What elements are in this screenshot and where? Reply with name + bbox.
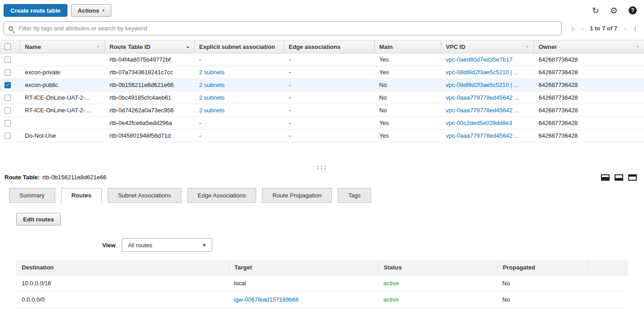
- edge-associations-cell: -: [284, 132, 375, 139]
- column-label: Main: [379, 43, 393, 50]
- owner-cell: 642687736428: [534, 120, 644, 126]
- checkbox-cell: [0, 107, 20, 114]
- subnet-association-cell: -: [195, 120, 284, 126]
- owner-cell: 642687736428: [534, 69, 644, 76]
- tab-tags[interactable]: Tags: [338, 188, 371, 203]
- column-label: Owner: [539, 43, 557, 50]
- actions-button[interactable]: Actions ▾: [71, 4, 111, 17]
- name-cell: RT-ICE-OnLine-UAT-2-...: [20, 94, 105, 101]
- vpc-link[interactable]: vpc-0aed80d7ed35e7b17: [446, 56, 512, 63]
- column-header-propagated[interactable]: Propagated: [497, 260, 588, 275]
- table-row[interactable]: rtb-04f4a8075b49772bf - - Yes vpc-0aed80…: [0, 53, 644, 66]
- search-box[interactable]: [4, 21, 562, 35]
- pane-splitter[interactable]: [0, 164, 644, 171]
- view-label: View: [102, 242, 115, 249]
- row-checkbox[interactable]: [5, 69, 11, 76]
- sort-desc-icon: ▼: [525, 45, 529, 49]
- routes-table-header: Destination Target Status Propagated: [16, 260, 628, 275]
- row-checkbox-checked[interactable]: ✓: [5, 82, 11, 88]
- next-page-icon[interactable]: ›: [624, 25, 626, 32]
- row-checkbox[interactable]: [5, 120, 11, 126]
- table-row[interactable]: RT-ICE-OnLine-UAT-2-... rtb-0bc49185cfc4…: [0, 91, 644, 104]
- table-row[interactable]: Do-Not-Use rtb-0f45801948f56d71d - - Yes…: [0, 130, 644, 142]
- route-table-id-cell: rtb-04f4a8075b49772bf: [105, 56, 195, 63]
- route-row: 0.0.0.0/0 igw-0067fead157169b66 active N…: [16, 292, 628, 308]
- column-header-target[interactable]: Target: [229, 260, 378, 275]
- split-pane-icon[interactable]: [615, 174, 623, 181]
- row-checkbox[interactable]: [5, 57, 11, 63]
- pagination-text: 1 to 7 of 7: [590, 25, 617, 32]
- last-page-icon[interactable]: ›|: [633, 25, 636, 32]
- column-header-main[interactable]: Main: [375, 40, 441, 53]
- vpc-link[interactable]: vpc-0aaa779778ed45642 ...: [446, 94, 519, 101]
- actions-button-label: Actions: [78, 7, 100, 14]
- column-header-owner[interactable]: Owner ▼: [534, 40, 644, 53]
- tab-routes[interactable]: Routes: [61, 188, 102, 203]
- vpc-link[interactable]: vpc-0aaa779778ed45642 ...: [446, 132, 519, 139]
- create-route-table-button[interactable]: Create route table: [4, 4, 67, 17]
- vpc-link[interactable]: vpc-00c2ded5e029dd8e3: [446, 120, 512, 126]
- vpc-cell: vpc-0aaa779778ed45642 ...: [441, 94, 534, 101]
- help-glyph: ?: [631, 7, 634, 14]
- main-cell: Yes: [375, 56, 441, 63]
- table-row[interactable]: RT-ICE-OnLine-UAT-2-... rtb-0d74262a0a73…: [0, 104, 644, 117]
- column-header-vpc-id[interactable]: VPC ID ▼: [441, 40, 534, 53]
- help-icon[interactable]: ?: [629, 6, 637, 14]
- table-row[interactable]: excon-private rtb-07a7343619241c7cc 2 su…: [0, 66, 644, 79]
- edge-associations-cell: -: [284, 94, 375, 101]
- column-label: Explicit subnet association: [199, 43, 275, 50]
- gear-icon[interactable]: ⚙: [610, 6, 618, 15]
- owner-cell: 642687736428: [534, 94, 644, 101]
- edit-routes-button[interactable]: Edit routes: [16, 213, 61, 226]
- subnets-link[interactable]: 2 subnets: [199, 107, 224, 114]
- table-row-selected[interactable]: ✓ excon-public rtb-0b156211e8d621e66 2 s…: [0, 79, 644, 91]
- subnets-link[interactable]: 2 subnets: [199, 69, 224, 76]
- pane-layout-controls: [601, 174, 637, 181]
- column-header-route-table-id[interactable]: Route Table ID ▲: [105, 40, 195, 53]
- column-label: Edge associations: [289, 43, 340, 50]
- row-checkbox[interactable]: [5, 107, 11, 114]
- vpc-link[interactable]: vpc-08df8d2f3ae5c5210 | ...: [446, 69, 519, 76]
- checkbox-cell: [0, 120, 20, 126]
- target-cell: igw-0067fead157169b66: [229, 296, 378, 303]
- status-cell: active: [378, 280, 497, 287]
- subnets-link[interactable]: 2 subnets: [199, 94, 224, 101]
- column-header-explicit-subnet-association[interactable]: Explicit subnet association: [195, 40, 284, 53]
- main-cell: No: [375, 107, 441, 114]
- subnet-association-cell: 2 subnets: [195, 82, 284, 88]
- column-header-destination[interactable]: Destination: [16, 260, 229, 275]
- destination-cell: 0.0.0.0/0: [16, 296, 229, 303]
- column-header-status[interactable]: Status: [378, 260, 497, 275]
- column-header-name[interactable]: Name ▼: [20, 40, 105, 53]
- column-label: Name: [25, 43, 41, 50]
- status-cell: active: [378, 296, 497, 303]
- route-row: 10.0.0.0/16 local active No: [16, 275, 628, 292]
- vpc-link[interactable]: vpc-0aaa779778ed45642 ...: [446, 107, 519, 114]
- target-cell: local: [229, 280, 378, 287]
- main-cell: Yes: [375, 120, 441, 126]
- view-select[interactable]: All routes ▼: [122, 238, 212, 252]
- route-tables-console: Create route table Actions ▾ ↻ ⚙ ? |‹ ‹ …: [0, 0, 644, 308]
- chevron-down-icon: ▼: [202, 243, 206, 248]
- prev-page-icon[interactable]: ‹: [581, 25, 583, 32]
- row-checkbox[interactable]: [5, 95, 11, 101]
- refresh-icon[interactable]: ↻: [592, 6, 599, 15]
- expand-pane-icon[interactable]: [601, 174, 610, 181]
- first-page-icon[interactable]: |‹: [572, 25, 575, 32]
- search-input[interactable]: [18, 24, 557, 32]
- subnets-link[interactable]: 2 subnets: [199, 82, 224, 88]
- row-checkbox[interactable]: [5, 133, 11, 139]
- column-header-edge-associations[interactable]: Edge associations: [284, 40, 375, 53]
- table-row[interactable]: rtb-0e42fce6a5edd296a - - Yes vpc-00c2de…: [0, 117, 644, 130]
- vpc-link[interactable]: vpc-08df8d2f3ae5c5210 | ...: [446, 82, 519, 88]
- tab-subnet-associations[interactable]: Subnet Associations: [108, 188, 181, 203]
- tab-summary[interactable]: Summary: [9, 188, 55, 203]
- tab-route-propagation[interactable]: Route Propagation: [262, 188, 332, 203]
- sort-desc-icon: ▼: [636, 45, 639, 49]
- tab-edge-associations[interactable]: Edge Associations: [187, 188, 256, 203]
- name-cell: excon-public: [20, 82, 105, 88]
- select-all-checkbox[interactable]: [5, 43, 11, 50]
- drag-handle-icon: [317, 166, 327, 169]
- igw-target-link[interactable]: igw-0067fead157169b66: [234, 296, 299, 303]
- collapse-pane-icon[interactable]: [628, 174, 637, 181]
